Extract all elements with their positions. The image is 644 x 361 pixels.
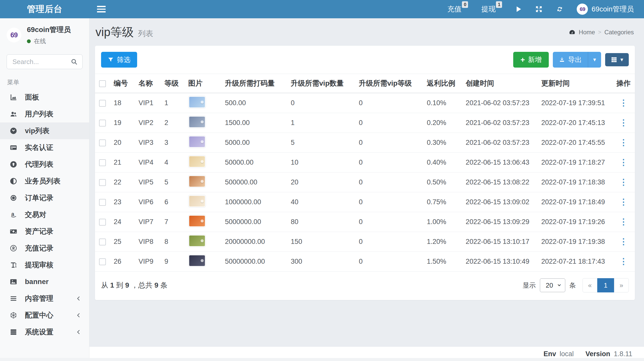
row-actions-button[interactable]: ⋮ — [619, 118, 628, 127]
sidebar-item-提现审核[interactable]: 提现审核 — [0, 257, 89, 273]
page-1-button[interactable]: 1 — [597, 278, 614, 292]
row-actions-button[interactable]: ⋮ — [619, 217, 628, 226]
row-checkbox[interactable] — [99, 219, 106, 226]
row-actions-button[interactable]: ⋮ — [619, 138, 628, 147]
horizontal-scrollbar[interactable] — [0, 358, 644, 361]
export-button[interactable]: 导出 — [553, 52, 588, 68]
row-actions-button[interactable]: ⋮ — [619, 99, 628, 107]
sidebar-item-订单记录[interactable]: 订单记录 — [0, 190, 89, 206]
vip-image-thumbnail[interactable] — [188, 116, 206, 128]
image-icon — [10, 278, 21, 286]
cell-vip-level: 0 — [356, 192, 424, 212]
next-page-button[interactable]: » — [614, 278, 629, 292]
vip-image-thumbnail[interactable] — [188, 195, 206, 208]
row-actions-button[interactable]: ⋮ — [619, 158, 628, 166]
cell-name: VIP9 — [136, 252, 162, 272]
sidebar-item-label: 提现审核 — [25, 260, 53, 270]
sidebar-item-代理列表[interactable]: 代理列表 — [0, 156, 89, 173]
search-icon[interactable] — [70, 58, 78, 66]
sidebar-user-panel: 69 69coin管理员 在线 — [0, 25, 89, 52]
sidebar-item-label: 内容管理 — [25, 294, 53, 303]
sidebar-item-业务员列表[interactable]: 业务员列表 — [0, 173, 89, 190]
column-header: 返利比例 — [424, 74, 463, 93]
cell-id: 24 — [111, 212, 136, 232]
sidebar-item-banner[interactable]: banner — [0, 273, 89, 290]
sidebar-user-name: 69coin管理员 — [27, 25, 71, 35]
recharge-nav-item[interactable]: 充值 0 — [447, 4, 468, 14]
table-row: 21VIP4450000.001000.40%2022-06-15 13:06:… — [95, 153, 635, 172]
page-subtitle: 列表 — [138, 29, 153, 38]
cell-created-at: 2022-06-15 13:09:02 — [463, 192, 539, 212]
row-checkbox[interactable] — [99, 179, 106, 186]
brand-title[interactable]: 管理后台 — [0, 0, 89, 18]
sidebar-item-配置中心[interactable]: 配置中心 — [0, 307, 89, 324]
sidebar-item-面板[interactable]: 面板 — [0, 89, 89, 106]
cell-rebate: 1.50% — [424, 252, 463, 272]
row-actions-button[interactable]: ⋮ — [619, 198, 628, 206]
columns-toggle-button[interactable]: ▾ — [605, 53, 629, 66]
play-icon[interactable] — [515, 6, 522, 13]
row-actions-button[interactable]: ⋮ — [619, 178, 628, 186]
navbar-user-menu[interactable]: 69 69coin管理员 — [577, 4, 634, 15]
table-row: 19VIP221500.00100.20%2021-06-02 03:57:23… — [95, 113, 635, 133]
row-checkbox[interactable] — [99, 139, 106, 146]
table-row: 23VIP661000000.004000.75%2022-06-15 13:0… — [95, 192, 635, 212]
cell-id: 21 — [111, 153, 136, 172]
row-actions-button[interactable]: ⋮ — [619, 237, 628, 246]
vip-image-thumbnail[interactable] — [188, 96, 206, 108]
row-checkbox[interactable] — [99, 100, 106, 107]
filter-button[interactable]: 筛选 — [101, 52, 137, 68]
arrow-circle-up-icon — [10, 161, 21, 168]
cell-vip-level: 0 — [356, 232, 424, 252]
fullscreen-icon[interactable] — [535, 5, 543, 13]
sidebar-item-label: 业务员列表 — [25, 176, 60, 186]
vip-circle-icon — [10, 127, 21, 135]
page-size-select[interactable]: 20 — [540, 278, 565, 292]
hamburger-menu-button[interactable] — [97, 0, 106, 18]
sidebar-item-label: 实名认证 — [25, 143, 53, 152]
online-status-dot — [27, 39, 31, 43]
chevron-left-icon — [76, 296, 82, 301]
sidebar-item-交易对[interactable]: a交易对 — [0, 206, 89, 223]
vip-image-thumbnail[interactable] — [188, 254, 206, 267]
sidebar-item-label: 用户列表 — [25, 109, 53, 119]
breadcrumb-home-link[interactable]: Home — [579, 29, 595, 36]
sidebar-item-资产记录[interactable]: 资产记录 — [0, 223, 89, 240]
add-button[interactable]: + 新增 — [513, 52, 549, 68]
vip-image-thumbnail[interactable] — [188, 155, 206, 168]
column-header: 更新时间 — [539, 74, 612, 93]
prev-page-button[interactable]: « — [583, 278, 597, 292]
vip-image-thumbnail[interactable] — [188, 175, 206, 188]
cell-vip-count: 80 — [288, 212, 356, 232]
sidebar-item-内容管理[interactable]: 内容管理 — [0, 290, 89, 307]
row-checkbox[interactable] — [99, 120, 106, 127]
cell-vip-level: 0 — [356, 93, 424, 113]
withdraw-nav-item[interactable]: 提现 1 — [481, 4, 502, 14]
cell-vip-count: 0 — [288, 93, 356, 113]
table-row: 24VIP775000000.008001.00%2022-06-15 13:0… — [95, 212, 635, 232]
row-checkbox[interactable] — [99, 159, 106, 166]
sidebar-item-实名认证[interactable]: 实名认证 — [0, 139, 89, 156]
pager: « 1 » — [583, 278, 629, 292]
row-checkbox[interactable] — [99, 239, 106, 245]
refresh-icon[interactable] — [556, 5, 564, 13]
export-dropdown-toggle[interactable]: ▾ — [588, 52, 601, 68]
sidebar-item-用户列表[interactable]: 用户列表 — [0, 106, 89, 122]
cell-vip-level: 0 — [356, 252, 424, 272]
vip-image-thumbnail[interactable] — [188, 234, 206, 247]
row-actions-button[interactable]: ⋮ — [619, 257, 628, 265]
sidebar-item-vip列表[interactable]: vip列表 — [0, 122, 89, 139]
money-bill-icon — [10, 228, 21, 235]
column-header: 等级 — [162, 74, 186, 93]
sidebar-item-系统设置[interactable]: 系统设置 — [0, 324, 89, 340]
sidebar-item-label: banner — [25, 278, 49, 286]
sidebar-item-充值记录[interactable]: 充值记录 — [0, 240, 89, 257]
cell-bet-amount: 5000.00 — [222, 133, 288, 153]
select-all-checkbox[interactable] — [99, 80, 106, 87]
text-height-icon — [10, 261, 21, 269]
vip-image-thumbnail[interactable] — [188, 135, 206, 148]
row-checkbox[interactable] — [99, 258, 106, 265]
vip-image-thumbnail[interactable] — [188, 215, 206, 227]
cell-vip-count: 10 — [288, 153, 356, 172]
row-checkbox[interactable] — [99, 199, 106, 206]
